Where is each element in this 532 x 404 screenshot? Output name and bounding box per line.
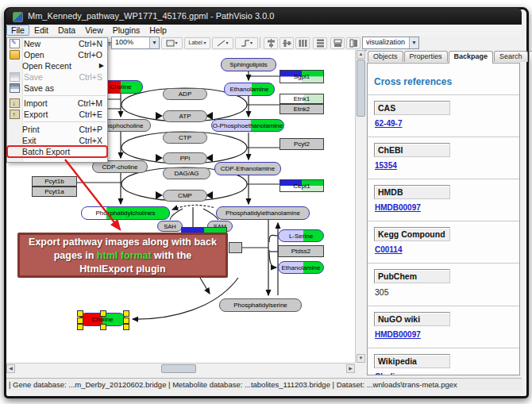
node-label: Ethanolamine bbox=[230, 86, 269, 93]
node-cept1[interactable]: Cept1 bbox=[279, 179, 324, 192]
sidebar-tabs: ObjectsPropertiesBackpageSearchLegend bbox=[368, 51, 532, 63]
node-ethanolamine[interactable]: Ethanolamine bbox=[278, 261, 324, 274]
label-tool-button[interactable]: Label ▾ bbox=[184, 37, 210, 49]
file-menu-item-import[interactable]: ImportCtrl+M bbox=[7, 98, 107, 109]
node-cmp[interactable]: CMP bbox=[163, 190, 207, 202]
save-as-icon bbox=[10, 83, 20, 93]
menu-view[interactable]: View bbox=[80, 25, 108, 36]
node-ptdss2[interactable]: Ptdss2 bbox=[278, 245, 324, 257]
align-center-x-icon bbox=[267, 39, 276, 48]
menu-item-shortcut: Ctrl+X bbox=[79, 135, 107, 146]
common-width-button[interactable] bbox=[330, 37, 345, 49]
file-menu-item-save-as[interactable]: Save as bbox=[7, 83, 107, 94]
node-cdp-ethanolamine[interactable]: CDP-Ethanolamine bbox=[214, 162, 281, 175]
visualization-combobox[interactable]: visualization ▼ bbox=[362, 37, 419, 49]
menu-data[interactable]: Data bbox=[53, 25, 80, 36]
node-ppi[interactable]: PPi bbox=[163, 152, 207, 164]
selection-handle[interactable] bbox=[123, 310, 129, 317]
file-menu-item-save[interactable]: SaveCtrl+S bbox=[7, 71, 107, 83]
tab-search[interactable]: Search bbox=[494, 51, 528, 62]
node-pcyt2[interactable]: Pcyt2 bbox=[279, 138, 324, 150]
file-menu-item-open[interactable]: OpenCtrl+O bbox=[7, 49, 107, 60]
node-label: L-Serine bbox=[289, 233, 313, 240]
node-etnk2[interactable]: Etnk2 bbox=[279, 104, 324, 114]
node-pcyt1b[interactable]: Pcyt1b bbox=[32, 176, 77, 187]
menu-item-label: Open Recent bbox=[22, 60, 94, 71]
menu-item-label: Print bbox=[22, 124, 79, 135]
horizontal-scroll-thumb[interactable] bbox=[161, 364, 196, 373]
selection-handle[interactable] bbox=[100, 324, 106, 330]
scroll-left-icon[interactable]: ◀ bbox=[6, 364, 15, 373]
node-ctp[interactable]: CTP bbox=[163, 132, 207, 144]
align-center-x-button[interactable] bbox=[264, 37, 278, 49]
tab-legend[interactable]: Legend bbox=[529, 51, 532, 62]
node-phosphatidylserine[interactable]: Phosphatidylserine bbox=[219, 298, 302, 312]
file-menu-item-exit[interactable]: ExitCtrl+X bbox=[7, 135, 107, 146]
xref-value-hmdb[interactable]: HMDB00097 bbox=[375, 203, 421, 212]
gene-box[interactable] bbox=[229, 242, 242, 253]
chevron-down-icon[interactable]: ▼ bbox=[409, 37, 418, 48]
node-phosphatidylcholines[interactable]: Phosphatidylcholines bbox=[81, 206, 170, 220]
callout-highlight: html format bbox=[97, 250, 152, 261]
line-tool-button[interactable]: ▾ bbox=[212, 37, 233, 49]
elbow-connector-icon bbox=[241, 40, 250, 47]
selection-handle[interactable] bbox=[100, 310, 106, 317]
node-choline[interactable]: Choline bbox=[79, 313, 125, 326]
callout-line2-post: with the bbox=[152, 250, 192, 261]
node-phosphatidylethanolamine[interactable]: Phosphatidylethanolamine bbox=[216, 206, 310, 220]
title-bar[interactable]: Mm_Kennedy_pathway_WP1771_45176.gpml - P… bbox=[6, 8, 522, 25]
canvas-horizontal-scrollbar[interactable]: ◀ ▶ bbox=[6, 363, 355, 373]
menu-edit[interactable]: Edit bbox=[29, 25, 53, 36]
file-menu-item-batch-export[interactable]: Batch Export bbox=[7, 146, 107, 157]
datanode-tool-button[interactable]: ▾ bbox=[161, 37, 183, 49]
selection-handle[interactable] bbox=[77, 317, 83, 324]
xref-value-wikipedia[interactable]: Choline bbox=[375, 372, 404, 375]
xref-value-chebi[interactable]: 15354 bbox=[375, 161, 397, 170]
node-adp[interactable]: ADP bbox=[163, 88, 207, 100]
selection-handle[interactable] bbox=[77, 310, 83, 317]
menu-plugins[interactable]: Plugins bbox=[108, 25, 145, 36]
common-height-button[interactable] bbox=[346, 37, 360, 49]
selection-handle[interactable] bbox=[77, 324, 83, 330]
node-sphingolipids[interactable]: Sphingolipids bbox=[221, 58, 276, 71]
zoom-combobox[interactable]: 100% ▼ bbox=[111, 37, 160, 49]
file-menu-item-print[interactable]: PrintCtrl+P bbox=[7, 124, 107, 135]
node-sgpl1[interactable]: Sgpl1 bbox=[279, 70, 324, 83]
canvas-vertical-scrollbar[interactable]: ▲ ▼ bbox=[355, 50, 365, 363]
tab-backpage[interactable]: Backpage bbox=[449, 51, 494, 63]
file-menu-item-export[interactable]: ExportCtrl+E bbox=[7, 109, 107, 120]
scroll-down-icon[interactable]: ▼ bbox=[357, 354, 365, 363]
status-bar: | Gene database: ...m_Derby_20120602.bri… bbox=[6, 378, 522, 391]
tab-objects[interactable]: Objects bbox=[368, 51, 403, 62]
align-center-y-button[interactable] bbox=[279, 37, 294, 49]
chevron-down-icon[interactable]: ▼ bbox=[149, 37, 159, 48]
scroll-right-icon[interactable]: ▶ bbox=[346, 364, 355, 373]
node-l-serine[interactable]: L-Serine bbox=[278, 229, 324, 242]
menu-item-shortcut: Ctrl+M bbox=[78, 98, 107, 109]
selection-handle[interactable] bbox=[123, 324, 129, 330]
tab-properties[interactable]: Properties bbox=[404, 51, 448, 62]
connector-tool-button[interactable]: ▾ bbox=[235, 37, 258, 49]
file-menu-item-new[interactable]: NewCtrl+N bbox=[7, 38, 107, 49]
node-ethanolamine[interactable]: Ethanolamine bbox=[224, 83, 275, 96]
file-menu-item-open-recent[interactable]: Open Recent▶ bbox=[7, 60, 107, 71]
vertical-scroll-thumb[interactable] bbox=[357, 60, 365, 117]
scroll-up-icon[interactable]: ▲ bbox=[357, 50, 365, 59]
menu-help[interactable]: Help bbox=[145, 25, 172, 36]
node-dag-ag[interactable]: DAG/AG bbox=[163, 167, 210, 179]
node-o-phosphoethanolamine[interactable]: O-Phosphoethanolamine bbox=[211, 119, 284, 132]
section-divider bbox=[368, 306, 519, 306]
node-sah[interactable]: SAH bbox=[157, 221, 183, 232]
xref-value-nugo-wiki[interactable]: HMDB00097 bbox=[375, 330, 421, 339]
distribute-horizontal-button[interactable] bbox=[295, 37, 310, 49]
selection-handle[interactable] bbox=[123, 317, 129, 324]
backpage-panel[interactable]: Cross references CAS62-49-7ChEBI15354HMD… bbox=[367, 63, 520, 375]
menu-item-shortcut: Ctrl+E bbox=[79, 109, 107, 120]
node-pcyt1a[interactable]: Pcyt1a bbox=[32, 187, 77, 197]
node-atp[interactable]: ATP bbox=[163, 110, 207, 122]
node-etnk1[interactable]: Etnk1 bbox=[279, 94, 324, 104]
xref-value-cas[interactable]: 62-49-7 bbox=[375, 119, 402, 128]
distribute-vertical-button[interactable] bbox=[313, 37, 327, 49]
xref-value-kegg-compound[interactable]: C00114 bbox=[375, 245, 402, 254]
menu-file[interactable]: File bbox=[6, 25, 29, 36]
